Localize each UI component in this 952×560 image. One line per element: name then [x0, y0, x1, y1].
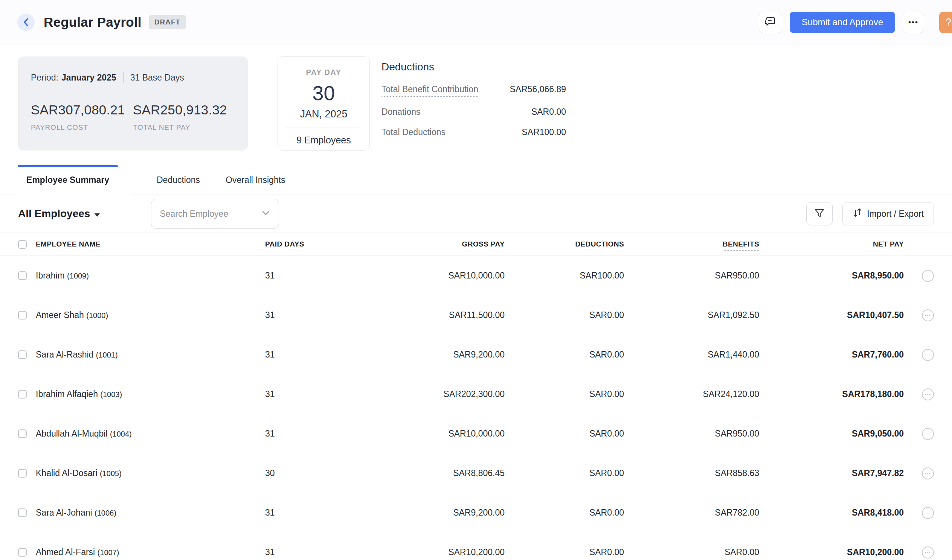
deductions-title: Deductions — [382, 61, 566, 73]
total-deductions-label: Total Deductions — [382, 127, 445, 137]
select-all-checkbox[interactable] — [18, 240, 27, 249]
summary-amounts: SAR307,080.21 PAYROLL COST SAR250,913.32… — [31, 102, 235, 132]
benefits-cell: SAR782.00 — [624, 508, 759, 518]
gross-pay-cell: SAR9,200.00 — [320, 508, 505, 518]
row-checkbox[interactable] — [18, 311, 27, 319]
row-menu-button[interactable]: ... — [922, 546, 934, 558]
gross-pay-cell: SAR8,806.45 — [320, 468, 505, 478]
payroll-cost-value: SAR307,080.21 — [31, 102, 133, 117]
net-pay-cell: SAR7,760.00 — [759, 350, 904, 360]
tab-deductions[interactable]: Deductions — [144, 175, 213, 185]
employee-name-cell[interactable]: Khalid Al-Dosari (1005) — [36, 468, 265, 478]
row-menu-button[interactable]: ... — [922, 428, 934, 440]
row-menu-button[interactable]: ... — [922, 309, 934, 321]
row-menu-wrap: ... — [904, 467, 934, 480]
table-row: Ibrahim Alfaqieh (1003) 31 SAR202,300.00… — [0, 375, 952, 414]
gross-pay-cell: SAR202,300.00 — [320, 389, 505, 399]
deductions-cell: SAR0.00 — [505, 468, 624, 478]
tab-employee-summary-label: Employee Summary — [18, 165, 117, 195]
vertical-divider — [123, 72, 124, 83]
more-actions-button[interactable]: ••• — [903, 12, 924, 33]
employee-name-cell[interactable]: Ameer Shah (1000) — [36, 310, 265, 320]
employee-id: (1006) — [94, 509, 116, 517]
row-menu-wrap: ... — [904, 349, 934, 361]
employee-name-cell[interactable]: Abdullah Al-Muqbil (1004) — [36, 429, 265, 439]
benefits-cell: SAR950.00 — [624, 429, 759, 439]
payroll-summary-card: Period: January 2025 31 Base Days SAR307… — [18, 56, 248, 151]
paid-days-cell: 31 — [265, 508, 320, 518]
employee-name-cell[interactable]: Ibrahim (1009) — [36, 271, 265, 281]
tab-overall-insights[interactable]: Overall Insights — [213, 175, 298, 185]
total-net-pay-value: SAR250,913.32 — [133, 102, 235, 117]
employee-id: (1000) — [86, 311, 108, 319]
row-checkbox[interactable] — [18, 508, 27, 517]
row-checkbox[interactable] — [18, 272, 27, 280]
row-menu-button[interactable]: ... — [922, 349, 934, 361]
employee-name-cell[interactable]: Ahmed Al-Farsi (1007) — [36, 547, 265, 557]
table-row: Sara Al-Rashid (1001) 31 SAR9,200.00 SAR… — [0, 335, 952, 375]
search-employee-select[interactable]: Search Employee — [151, 199, 279, 229]
table-row: Ameer Shah (1000) 31 SAR11,500.00 SAR0.0… — [0, 295, 952, 335]
row-menu-wrap: ... — [904, 270, 934, 282]
table-body: Ibrahim (1009) 31 SAR10,000.00 SAR100.00… — [0, 256, 952, 560]
row-checkbox[interactable] — [18, 429, 27, 438]
paid-days-cell: 30 — [265, 468, 320, 478]
net-pay-cell: SAR8,418.00 — [759, 508, 904, 518]
caret-down-icon — [94, 213, 100, 217]
gross-pay-cell: SAR10,200.00 — [320, 547, 505, 557]
row-menu-button[interactable]: ... — [922, 270, 934, 282]
employee-name-cell[interactable]: Sara Al-Rashid (1001) — [36, 350, 265, 360]
benefits-cell: SAR950.00 — [624, 271, 759, 281]
row-checkbox[interactable] — [18, 390, 27, 398]
row-checkbox[interactable] — [18, 548, 27, 557]
col-gross-pay: GROSS PAY — [320, 240, 505, 248]
employee-filter-label: All Employees — [18, 208, 90, 220]
paid-days-cell: 31 — [265, 547, 320, 557]
tab-bar: Employee Summary Deductions Overall Insi… — [0, 166, 952, 195]
import-export-label: Import / Export — [867, 209, 924, 219]
row-checkbox[interactable] — [18, 469, 27, 478]
gross-pay-cell: SAR10,000.00 — [320, 429, 505, 439]
benefits-cell: SAR24,120.00 — [624, 389, 759, 399]
row-checkbox[interactable] — [18, 350, 27, 359]
donations-label: Donations — [382, 107, 420, 117]
employee-name-cell[interactable]: Ibrahim Alfaqieh (1003) — [36, 389, 265, 399]
top-bar: Regular Payroll DRAFT Submit and Approve… — [0, 0, 952, 45]
deductions-cell: SAR100.00 — [505, 271, 624, 281]
period-line: Period: January 2025 31 Base Days — [31, 72, 235, 83]
deductions-cell: SAR0.00 — [505, 547, 624, 557]
import-export-arrows-icon — [853, 207, 862, 220]
submit-and-approve-button[interactable]: Submit and Approve — [790, 12, 895, 33]
help-button[interactable]: ? — [939, 12, 952, 33]
deductions-cell: SAR0.00 — [505, 389, 624, 399]
table-row: Khalid Al-Dosari (1005) 30 SAR8,806.45 S… — [0, 454, 952, 493]
employee-filter-dropdown[interactable]: All Employees — [18, 208, 100, 220]
gross-pay-cell: SAR11,500.00 — [320, 310, 505, 320]
deductions-row: Total Deductions SAR100.00 — [382, 127, 566, 137]
benefits-cell: SAR1,440.00 — [624, 350, 759, 360]
gross-pay-cell: SAR10,000.00 — [320, 271, 505, 281]
row-menu-button[interactable]: ... — [922, 507, 934, 519]
employee-id: (1004) — [110, 430, 132, 438]
net-pay-cell: SAR10,200.00 — [759, 547, 904, 557]
row-menu-button[interactable]: ... — [922, 467, 934, 480]
paid-days-cell: 31 — [265, 429, 320, 439]
comments-button[interactable] — [759, 12, 782, 33]
row-menu-wrap: ... — [904, 389, 934, 400]
benefits-cell: SAR1,092.50 — [624, 310, 759, 320]
base-days: 31 Base Days — [130, 73, 184, 83]
payday-month-year: JAN, 2025 — [278, 108, 369, 120]
employee-id: (1009) — [67, 272, 89, 280]
import-export-button[interactable]: Import / Export — [842, 202, 934, 225]
employee-id: (1003) — [100, 390, 122, 398]
back-button[interactable] — [17, 14, 35, 31]
payday-divider — [286, 128, 362, 128]
employee-name-cell[interactable]: Sara Al-Johani (1006) — [36, 508, 265, 518]
row-menu-button[interactable]: ... — [922, 389, 934, 400]
tab-employee-summary[interactable]: Employee Summary — [18, 165, 131, 195]
deductions-cell: SAR0.00 — [505, 310, 624, 320]
net-pay-cell: SAR178,180.00 — [759, 389, 904, 399]
row-menu-wrap: ... — [904, 546, 934, 558]
payroll-cost: SAR307,080.21 PAYROLL COST — [31, 102, 133, 132]
filter-button[interactable] — [806, 202, 833, 225]
